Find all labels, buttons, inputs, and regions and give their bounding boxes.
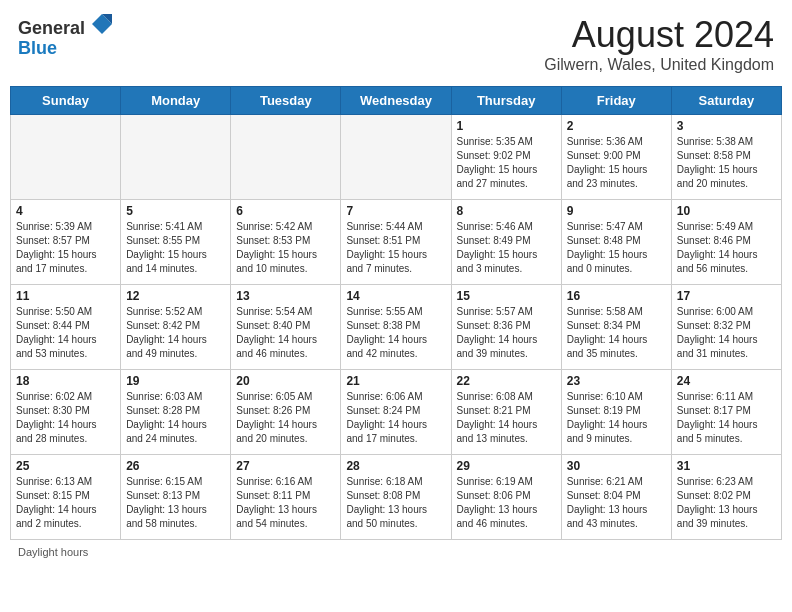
daylight-hours-label: Daylight hours — [18, 546, 88, 558]
cell-content-line: Sunrise: 5:47 AM — [567, 220, 666, 234]
day-of-week-header: Sunday — [11, 87, 121, 115]
calendar-cell: 12Sunrise: 5:52 AMSunset: 8:42 PMDayligh… — [121, 285, 231, 370]
day-of-week-header: Monday — [121, 87, 231, 115]
cell-content-line: Sunrise: 6:00 AM — [677, 305, 776, 319]
day-number: 1 — [457, 119, 556, 133]
cell-content-line: Daylight: 14 hours and 20 minutes. — [236, 418, 335, 446]
calendar-cell — [231, 115, 341, 200]
cell-content-line: Daylight: 14 hours and 24 minutes. — [126, 418, 225, 446]
cell-content-line: Sunset: 9:00 PM — [567, 149, 666, 163]
cell-content-line: Sunrise: 6:05 AM — [236, 390, 335, 404]
day-number: 24 — [677, 374, 776, 388]
calendar-cell: 7Sunrise: 5:44 AMSunset: 8:51 PMDaylight… — [341, 200, 451, 285]
footer-note: Daylight hours — [10, 546, 782, 558]
cell-content-line: Daylight: 14 hours and 31 minutes. — [677, 333, 776, 361]
day-number: 30 — [567, 459, 666, 473]
cell-content-line: Sunset: 8:34 PM — [567, 319, 666, 333]
cell-content-line: Daylight: 14 hours and 46 minutes. — [236, 333, 335, 361]
day-number: 16 — [567, 289, 666, 303]
days-of-week-row: SundayMondayTuesdayWednesdayThursdayFrid… — [11, 87, 782, 115]
logo-icon — [92, 14, 112, 34]
cell-content-line: Sunset: 8:49 PM — [457, 234, 556, 248]
logo-general: General — [18, 18, 85, 38]
calendar-table: SundayMondayTuesdayWednesdayThursdayFrid… — [10, 86, 782, 540]
cell-content-line: Sunrise: 6:08 AM — [457, 390, 556, 404]
cell-content-line: Daylight: 14 hours and 39 minutes. — [457, 333, 556, 361]
calendar-cell: 21Sunrise: 6:06 AMSunset: 8:24 PMDayligh… — [341, 370, 451, 455]
cell-content-line: Sunrise: 6:10 AM — [567, 390, 666, 404]
day-of-week-header: Saturday — [671, 87, 781, 115]
cell-content-line: Sunset: 8:15 PM — [16, 489, 115, 503]
title-area: August 2024 Gilwern, Wales, United Kingd… — [544, 14, 774, 74]
cell-content-line: Sunset: 8:38 PM — [346, 319, 445, 333]
cell-content-line: Daylight: 14 hours and 49 minutes. — [126, 333, 225, 361]
cell-content-line: Sunrise: 6:06 AM — [346, 390, 445, 404]
cell-content-line: Sunset: 8:26 PM — [236, 404, 335, 418]
cell-content-line: Daylight: 15 hours and 17 minutes. — [16, 248, 115, 276]
cell-content-line: Sunset: 8:55 PM — [126, 234, 225, 248]
day-number: 29 — [457, 459, 556, 473]
cell-content-line: Daylight: 15 hours and 0 minutes. — [567, 248, 666, 276]
day-number: 25 — [16, 459, 115, 473]
cell-content-line: Sunrise: 5:36 AM — [567, 135, 666, 149]
cell-content-line: Daylight: 14 hours and 17 minutes. — [346, 418, 445, 446]
cell-content-line: Daylight: 15 hours and 20 minutes. — [677, 163, 776, 191]
cell-content-line: Daylight: 14 hours and 13 minutes. — [457, 418, 556, 446]
cell-content-line: Sunset: 8:13 PM — [126, 489, 225, 503]
calendar-cell: 19Sunrise: 6:03 AMSunset: 8:28 PMDayligh… — [121, 370, 231, 455]
day-number: 22 — [457, 374, 556, 388]
calendar-cell — [121, 115, 231, 200]
calendar-cell: 14Sunrise: 5:55 AMSunset: 8:38 PMDayligh… — [341, 285, 451, 370]
day-number: 9 — [567, 204, 666, 218]
calendar-cell: 1Sunrise: 5:35 AMSunset: 9:02 PMDaylight… — [451, 115, 561, 200]
day-number: 3 — [677, 119, 776, 133]
cell-content-line: Sunrise: 5:57 AM — [457, 305, 556, 319]
cell-content-line: Daylight: 13 hours and 54 minutes. — [236, 503, 335, 531]
cell-content-line: Sunrise: 5:41 AM — [126, 220, 225, 234]
day-of-week-header: Friday — [561, 87, 671, 115]
cell-content-line: Sunrise: 6:03 AM — [126, 390, 225, 404]
cell-content-line: Sunrise: 6:15 AM — [126, 475, 225, 489]
day-number: 11 — [16, 289, 115, 303]
cell-content-line: Sunset: 8:04 PM — [567, 489, 666, 503]
cell-content-line: Sunrise: 5:42 AM — [236, 220, 335, 234]
calendar-cell: 3Sunrise: 5:38 AMSunset: 8:58 PMDaylight… — [671, 115, 781, 200]
day-number: 2 — [567, 119, 666, 133]
calendar-cell: 9Sunrise: 5:47 AMSunset: 8:48 PMDaylight… — [561, 200, 671, 285]
cell-content-line: Sunset: 8:02 PM — [677, 489, 776, 503]
cell-content-line: Sunset: 8:40 PM — [236, 319, 335, 333]
calendar-cell: 8Sunrise: 5:46 AMSunset: 8:49 PMDaylight… — [451, 200, 561, 285]
day-of-week-header: Wednesday — [341, 87, 451, 115]
cell-content-line: Sunset: 8:53 PM — [236, 234, 335, 248]
month-title: August 2024 — [544, 14, 774, 56]
day-of-week-header: Tuesday — [231, 87, 341, 115]
cell-content-line: Sunrise: 5:38 AM — [677, 135, 776, 149]
cell-content-line: Sunset: 8:24 PM — [346, 404, 445, 418]
calendar-week-row: 25Sunrise: 6:13 AMSunset: 8:15 PMDayligh… — [11, 455, 782, 540]
cell-content-line: Sunrise: 5:46 AM — [457, 220, 556, 234]
day-number: 26 — [126, 459, 225, 473]
cell-content-line: Sunset: 8:28 PM — [126, 404, 225, 418]
cell-content-line: Daylight: 13 hours and 50 minutes. — [346, 503, 445, 531]
calendar-week-row: 1Sunrise: 5:35 AMSunset: 9:02 PMDaylight… — [11, 115, 782, 200]
cell-content-line: Sunset: 8:21 PM — [457, 404, 556, 418]
calendar-cell: 10Sunrise: 5:49 AMSunset: 8:46 PMDayligh… — [671, 200, 781, 285]
cell-content-line: Daylight: 15 hours and 7 minutes. — [346, 248, 445, 276]
day-number: 10 — [677, 204, 776, 218]
cell-content-line: Sunrise: 5:49 AM — [677, 220, 776, 234]
cell-content-line: Sunrise: 5:52 AM — [126, 305, 225, 319]
location-title: Gilwern, Wales, United Kingdom — [544, 56, 774, 74]
cell-content-line: Sunrise: 6:13 AM — [16, 475, 115, 489]
cell-content-line: Sunrise: 6:02 AM — [16, 390, 115, 404]
day-number: 8 — [457, 204, 556, 218]
cell-content-line: Sunrise: 5:54 AM — [236, 305, 335, 319]
logo: General Blue — [18, 14, 112, 59]
calendar-cell: 4Sunrise: 5:39 AMSunset: 8:57 PMDaylight… — [11, 200, 121, 285]
calendar-cell: 26Sunrise: 6:15 AMSunset: 8:13 PMDayligh… — [121, 455, 231, 540]
calendar-cell: 11Sunrise: 5:50 AMSunset: 8:44 PMDayligh… — [11, 285, 121, 370]
day-number: 12 — [126, 289, 225, 303]
calendar-cell: 17Sunrise: 6:00 AMSunset: 8:32 PMDayligh… — [671, 285, 781, 370]
cell-content-line: Daylight: 13 hours and 39 minutes. — [677, 503, 776, 531]
logo-blue: Blue — [18, 38, 57, 58]
calendar-cell: 23Sunrise: 6:10 AMSunset: 8:19 PMDayligh… — [561, 370, 671, 455]
